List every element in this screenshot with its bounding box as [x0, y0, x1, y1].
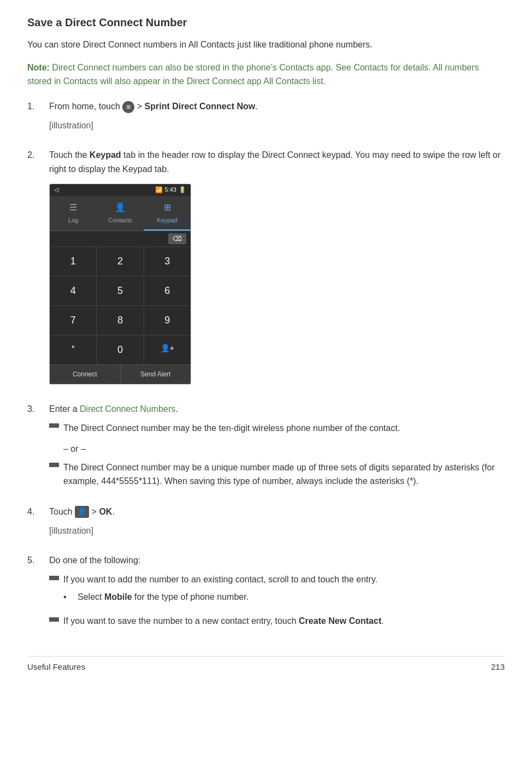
- step-5-sub-1: If you want to add the number to an exis…: [49, 573, 505, 607]
- keypad-icon: ⊞: [164, 200, 171, 215]
- phone-tabs: ☰ Log 👤 Contacts ⊞ Keypad: [50, 196, 191, 231]
- key-7[interactable]: 7: [50, 306, 97, 335]
- step-3-sub-list: The Direct Connect number may be the ten…: [49, 421, 505, 435]
- key-8[interactable]: 8: [97, 306, 144, 335]
- step-4-content: Touch 👤⚙ > OK. [illustration]: [49, 505, 505, 544]
- log-icon: ☰: [69, 200, 77, 215]
- signal-icon: 📶: [155, 185, 163, 195]
- step-1: 1. From home, touch ⊞ > Sprint Direct Co…: [27, 99, 505, 138]
- step-5-sub-1-content: If you want to add the number to an exis…: [63, 573, 377, 607]
- status-bar: ◁ 📶 5:43 🔋: [50, 184, 191, 196]
- bullet-circle-1: •: [63, 590, 74, 604]
- step-1-content: From home, touch ⊞ > Sprint Direct Conne…: [49, 99, 505, 138]
- step-2-number: 2.: [27, 148, 49, 392]
- step-5-sub-2-text: If you want to save the number to a new …: [63, 614, 384, 628]
- note-label: Note:: [27, 63, 50, 72]
- key-9[interactable]: 9: [144, 306, 191, 335]
- key-1[interactable]: 1: [50, 247, 97, 276]
- tab-contacts-label: Contacts: [108, 216, 132, 226]
- step-3: 3. Enter a Direct Connect Numbers. The D…: [27, 402, 505, 495]
- phone-tab-keypad[interactable]: ⊞ Keypad: [144, 196, 191, 231]
- tab-keypad-label: Keypad: [157, 216, 177, 226]
- step-3-sub-list-2: The Direct Connect number may be a uniqu…: [49, 461, 505, 488]
- tab-log-label: Log: [68, 216, 78, 226]
- step-3-number: 3.: [27, 402, 49, 495]
- key-add-contact[interactable]: 👤+: [144, 335, 191, 364]
- step-3-content: Enter a Direct Connect Numbers. The Dire…: [49, 402, 505, 495]
- step-4-number: 4.: [27, 505, 49, 544]
- status-time: 5:43: [165, 185, 176, 195]
- step-3-text: Enter a Direct Connect Numbers.: [49, 402, 505, 416]
- step-2: 2. Touch the Keypad tab in the header ro…: [27, 148, 505, 392]
- keypad-row-4: * 0 👤+: [50, 335, 191, 364]
- keypad-row-2: 4 5 6: [50, 276, 191, 305]
- key-0[interactable]: 0: [97, 335, 144, 364]
- key-4[interactable]: 4: [50, 276, 97, 305]
- connect-button[interactable]: Connect: [50, 365, 121, 384]
- step-4-text: Touch 👤⚙ > OK.: [49, 505, 505, 519]
- step-4: 4. Touch 👤⚙ > OK. [illustration]: [27, 505, 505, 544]
- step-2-content: Touch the Keypad tab in the header row t…: [49, 148, 505, 392]
- step-5-number: 5.: [27, 553, 49, 634]
- step-3-sub-1-text: The Direct Connect number may be the ten…: [63, 421, 400, 435]
- keypad: 1 2 3 4 5 6 7 8 9 *: [50, 246, 191, 364]
- footer-page-number: 213: [491, 662, 505, 671]
- step-5-sub-list: If you want to add the number to an exis…: [49, 573, 505, 628]
- contacts-link[interactable]: Contacts: [353, 63, 388, 72]
- step-3-sub-2: The Direct Connect number may be a uniqu…: [49, 461, 505, 488]
- battery-icon: 🔋: [179, 185, 186, 195]
- key-6[interactable]: 6: [144, 276, 191, 305]
- bullet-2: [49, 463, 59, 467]
- page-footer: Useful Features 213: [27, 656, 505, 671]
- backspace-button[interactable]: ⌫: [168, 233, 186, 244]
- step-5-content: Do one of the following: If you want to …: [49, 553, 505, 634]
- note-block: Note: Direct Connect numbers can also be…: [27, 61, 505, 88]
- step-5-sub-2: If you want to save the number to a new …: [49, 614, 505, 628]
- step-1-number: 1.: [27, 99, 49, 138]
- note-text: Direct Connect numbers can also be store…: [50, 63, 353, 72]
- bullet-5-1: [49, 576, 59, 580]
- step-4-illustration: [illustration]: [49, 524, 505, 538]
- step-1-illustration: [illustration]: [49, 119, 505, 133]
- step-5-sub-1-text: If you want to add the number to an exis…: [63, 575, 377, 584]
- status-back-icon: ◁: [54, 185, 58, 195]
- key-2[interactable]: 2: [97, 247, 144, 276]
- step-5-sub-sub-1: • Select Mobile for the type of phone nu…: [63, 590, 377, 604]
- phone-tab-log[interactable]: ☰ Log: [50, 196, 97, 231]
- key-3[interactable]: 3: [144, 247, 191, 276]
- send-alert-button[interactable]: Send Alert: [121, 365, 191, 384]
- footer-section-label: Useful Features: [27, 662, 85, 671]
- key-5[interactable]: 5: [97, 276, 144, 305]
- grid-icon: ⊞: [122, 101, 134, 113]
- keypad-row-1: 1 2 3: [50, 246, 191, 276]
- step-5-text: Do one of the following:: [49, 553, 505, 568]
- step-2-text: Touch the Keypad tab in the header row t…: [49, 148, 505, 176]
- status-right: 📶 5:43 🔋: [155, 185, 186, 195]
- or-divider: – or –: [63, 442, 505, 456]
- keypad-row-3: 7 8 9: [50, 305, 191, 335]
- key-star[interactable]: *: [50, 335, 97, 364]
- intro-paragraph: You can store Direct Connect numbers in …: [27, 38, 505, 52]
- step-1-text: From home, touch ⊞ > Sprint Direct Conne…: [49, 99, 505, 114]
- person-settings-icon: 👤⚙: [75, 506, 89, 518]
- step-5: 5. Do one of the following: If you want …: [27, 553, 505, 634]
- direct-connect-numbers-link[interactable]: Direct Connect Numbers: [80, 404, 175, 414]
- page-title: Save a Direct Connect Number: [27, 16, 505, 29]
- bullet-1: [49, 423, 59, 428]
- step-5-sub-sub-list: • Select Mobile for the type of phone nu…: [63, 590, 377, 604]
- phone-tab-contacts[interactable]: 👤 Contacts: [97, 196, 144, 231]
- steps-list: 1. From home, touch ⊞ > Sprint Direct Co…: [27, 99, 505, 634]
- action-row: Connect Send Alert: [50, 364, 191, 384]
- phone-screenshot: ◁ 📶 5:43 🔋 ☰ Log 👤 Contacts: [49, 184, 191, 385]
- bullet-5-2: [49, 617, 59, 622]
- contacts-icon: 👤: [115, 200, 126, 215]
- backspace-row: ⌫: [50, 231, 191, 246]
- step-5-sub-sub-1-text: Select Mobile for the type of phone numb…: [78, 590, 249, 604]
- step-3-sub-1: The Direct Connect number may be the ten…: [49, 421, 505, 435]
- step-3-sub-2-text: The Direct Connect number may be a uniqu…: [63, 461, 505, 488]
